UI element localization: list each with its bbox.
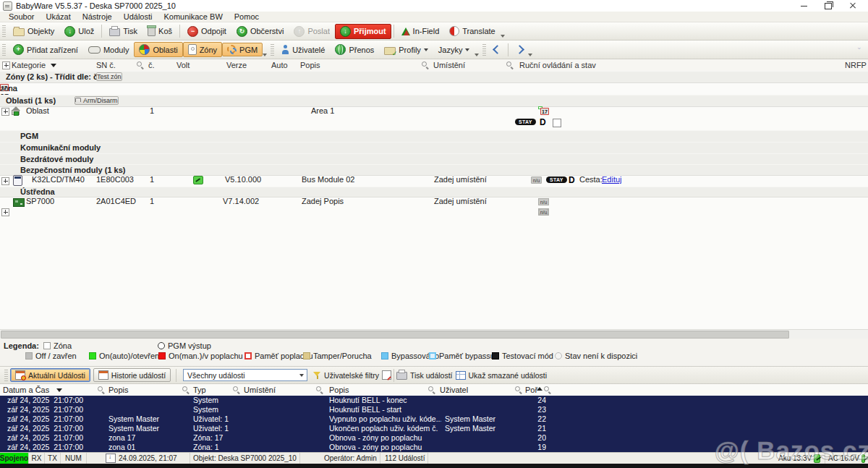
toolbar-overflow-icon[interactable] bbox=[528, 54, 532, 56]
menu-item[interactable]: Ukázat bbox=[40, 12, 76, 21]
column-verze[interactable]: Verze bbox=[226, 61, 247, 69]
oblasti-button[interactable]: Oblasti bbox=[134, 42, 182, 57]
stay-badge[interactable]: STAY bbox=[546, 176, 567, 183]
menu-item[interactable]: Nástroje bbox=[77, 12, 118, 21]
status-chip[interactable]: n/u bbox=[531, 176, 542, 184]
search-icon[interactable] bbox=[182, 386, 190, 393]
column-popis[interactable]: Popis bbox=[109, 386, 129, 394]
deleted-events-icon[interactable] bbox=[456, 371, 466, 380]
prenos-button[interactable]: Přenos bbox=[330, 42, 379, 57]
search-icon[interactable] bbox=[515, 386, 522, 393]
column-rucni-ovladani[interactable]: Ruční ovládání a stav bbox=[519, 61, 596, 69]
column-umisteni[interactable]: Umístění bbox=[244, 386, 276, 394]
stay-badge[interactable]: STAY bbox=[515, 119, 536, 125]
module-popis[interactable]: Bus Module 02 bbox=[302, 175, 354, 184]
arm-disarm-button[interactable]: Arm/Disarm bbox=[75, 96, 119, 105]
odpojit-button[interactable]: Odpojit bbox=[182, 24, 231, 39]
event-row[interactable]: zář 24, 2025 21:07:00 System Houknutí BE… bbox=[0, 396, 868, 405]
zone-status-chip[interactable]: 17 bbox=[540, 108, 549, 115]
area-row[interactable]: Oblast 1 Area 1 117 bbox=[0, 106, 868, 116]
column-popis[interactable]: Popis bbox=[300, 61, 320, 69]
ulozit-button[interactable]: Ulož bbox=[59, 24, 99, 39]
expand-all-icon[interactable] bbox=[2, 61, 10, 69]
column-volt[interactable]: Volt bbox=[176, 61, 190, 69]
zony-button[interactable]: Zóny bbox=[183, 42, 222, 57]
search-icon[interactable] bbox=[137, 61, 144, 69]
column-typ[interactable]: Typ bbox=[193, 386, 206, 394]
menu-item[interactable]: Pomoc bbox=[229, 12, 265, 21]
column-umisteni[interactable]: Umístění bbox=[433, 61, 465, 69]
edituj-link[interactable]: Edituj bbox=[602, 175, 622, 184]
column-kategorie[interactable]: Kategorie bbox=[12, 61, 46, 69]
scrollbar-thumb[interactable] bbox=[1, 331, 789, 339]
test-zon-button[interactable]: Test zón bbox=[96, 72, 122, 81]
search-icon[interactable] bbox=[544, 386, 551, 393]
tisk-button[interactable]: Tisk bbox=[104, 24, 142, 38]
menu-item[interactable]: Komunikace BW bbox=[158, 12, 228, 21]
panel-popis[interactable]: Zadej Popis bbox=[302, 197, 344, 205]
panel-umisteni[interactable]: Zadej umístění bbox=[434, 197, 487, 205]
column-uzivatel[interactable]: Uživatel bbox=[440, 386, 468, 394]
column-c[interactable]: č. bbox=[148, 61, 155, 69]
expand-icon[interactable] bbox=[1, 177, 9, 185]
d-flag[interactable]: D bbox=[540, 117, 546, 127]
edit-filters-icon[interactable] bbox=[382, 370, 391, 380]
tab-current-events[interactable]: Aktuální Události bbox=[10, 368, 90, 382]
event-row[interactable]: zář 24, 2025 21:07:00 System Master Uživ… bbox=[0, 424, 868, 433]
user-filters-label[interactable]: Uživatelské filtry bbox=[324, 371, 379, 380]
menu-item[interactable]: Události bbox=[118, 12, 158, 21]
print-events-icon[interactable] bbox=[396, 372, 407, 380]
pridat-zarizeni-button[interactable]: Přidat zařízení bbox=[8, 42, 83, 57]
zone-status-chip[interactable]: n/u bbox=[538, 208, 549, 216]
search-icon[interactable] bbox=[422, 61, 429, 69]
objekty-button[interactable]: Objekty bbox=[8, 24, 59, 38]
funnel-icon[interactable] bbox=[313, 371, 321, 379]
event-filter-select[interactable]: Všechny události bbox=[183, 369, 307, 381]
close-button[interactable] bbox=[841, 0, 865, 12]
module-umisteni[interactable]: Zadej umístění bbox=[434, 175, 487, 184]
column-poradi[interactable]: Poř bbox=[525, 386, 537, 394]
d-flag[interactable]: D bbox=[569, 175, 575, 185]
print-events-label[interactable]: Tisk událostí bbox=[410, 371, 453, 380]
kos-button[interactable]: Koš bbox=[142, 25, 177, 38]
back-button[interactable] bbox=[488, 43, 506, 56]
forward-button[interactable] bbox=[511, 43, 528, 56]
obcerstvit-button[interactable]: Občerstvi bbox=[231, 24, 289, 39]
column-sn[interactable]: SN č. bbox=[96, 61, 116, 69]
restore-button[interactable] bbox=[816, 0, 841, 12]
pgm-button[interactable]: PGM bbox=[222, 43, 263, 56]
column-auto[interactable]: Auto bbox=[271, 61, 288, 69]
area-checkbox[interactable] bbox=[553, 119, 561, 127]
panel-row[interactable]: SP7000 2A01C4ED 1 V7.14.002 Zadej Popis … bbox=[0, 196, 868, 218]
tab-event-history[interactable]: Historie událostí bbox=[93, 368, 171, 382]
search-icon[interactable] bbox=[233, 386, 240, 393]
minimize-button[interactable] bbox=[791, 0, 816, 12]
keypad-module-row[interactable]: K32LCD/TM40 1E80C003 1 V5.10.000 Bus Mod… bbox=[0, 174, 868, 187]
translate-button[interactable]: Translate bbox=[444, 24, 500, 38]
moduly-button[interactable]: Moduly bbox=[83, 43, 134, 56]
column-popis2[interactable]: Popis bbox=[329, 386, 349, 394]
expand-icon[interactable] bbox=[1, 208, 9, 216]
event-row[interactable]: zář 24, 2025 21:07:00 System Houknutí BE… bbox=[0, 405, 868, 414]
sort-desc-icon[interactable] bbox=[56, 388, 62, 392]
events-scroll-down-icon[interactable]: ⌄ bbox=[856, 43, 862, 51]
in-field-button[interactable]: In-Field bbox=[396, 25, 445, 38]
expand-icon[interactable] bbox=[1, 108, 9, 116]
profily-button[interactable]: Profily bbox=[379, 43, 433, 57]
show-deleted-label[interactable]: Ukaž smazané události bbox=[469, 371, 548, 380]
toolbar-overflow-icon[interactable] bbox=[475, 54, 479, 56]
filter-icon[interactable] bbox=[51, 64, 56, 67]
toolbar-overflow-icon[interactable] bbox=[263, 54, 267, 56]
search-icon[interactable] bbox=[98, 386, 105, 393]
prijmout-button[interactable]: Přijmout bbox=[335, 24, 391, 39]
event-row[interactable]: zář 24, 2025 21:07:00 zona 17 Zóna: 17 O… bbox=[0, 433, 868, 443]
event-row[interactable]: zář 24, 2025 21:07:00 zona 01 Zóna: 1 Ob… bbox=[0, 443, 868, 452]
toolbar-overflow-icon[interactable] bbox=[501, 35, 505, 38]
column-datetime[interactable]: Datum a Čas bbox=[3, 386, 49, 394]
zone-status-chip[interactable]: n/u bbox=[538, 198, 549, 205]
search-icon[interactable] bbox=[506, 61, 514, 69]
search-icon[interactable] bbox=[316, 386, 323, 393]
menu-item[interactable]: Soubor bbox=[3, 12, 40, 21]
event-row[interactable]: zář 24, 2025 21:07:00 System Master Uživ… bbox=[0, 414, 868, 424]
jazyky-button[interactable]: Jazyky bbox=[433, 43, 475, 56]
